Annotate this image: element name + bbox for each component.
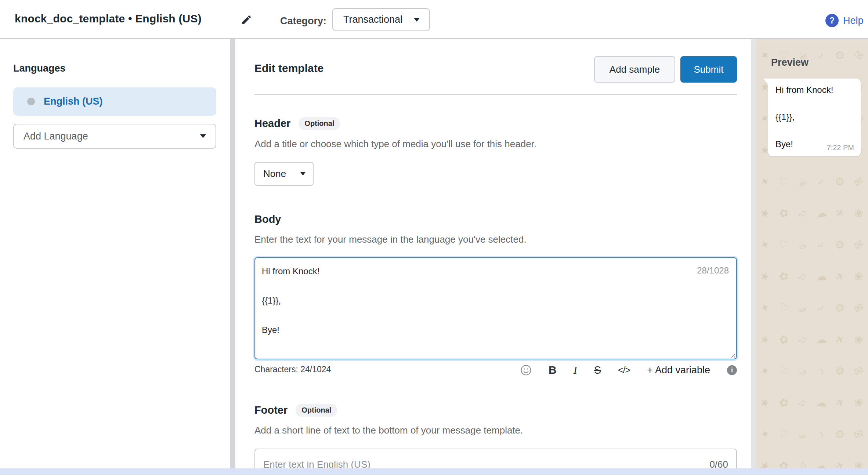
header-type-dropdown[interactable]: None [254,162,314,186]
chevron-down-icon [300,172,305,175]
sidebar-scrollbar[interactable] [230,39,235,475]
template-editor-screen: knock_doc_template • English (US) Catego… [0,0,868,475]
optional-badge: Optional [299,117,340,130]
preview-panel: ✦♡☕♪⚙✉★✿♫☁✈❀✦♡☕♪⚙✉★✿♫☁✈❀✦♡☕♪⚙✉★✿♫☁✈❀✦♡☕♪… [756,39,868,475]
chevron-down-icon [414,18,420,22]
bubble-tail [763,79,768,84]
sidebar-item-english-us[interactable]: English (US) [13,87,216,116]
info-icon[interactable]: i [727,365,737,375]
page-title: Edit template [254,62,323,75]
smiley-icon [520,365,532,376]
body-textarea-wrapper: 28/1028 [254,257,737,359]
body-title: Body [254,213,281,225]
editor-scrollbar[interactable] [751,39,756,475]
characters-count-label: Characters: 24/1024 [254,365,331,374]
code-button[interactable]: </> [618,365,630,376]
help-label: Help [843,15,864,26]
bottom-strip [0,468,868,475]
optional-badge: Optional [296,404,337,417]
pencil-icon [240,14,252,26]
strikethrough-button[interactable]: S [594,364,601,376]
add-sample-button[interactable]: Add sample [594,56,675,83]
italic-button[interactable]: I [574,364,577,376]
submit-button[interactable]: Submit [680,56,737,83]
body-textarea[interactable] [254,257,737,359]
header-type-value: None [263,168,286,180]
edit-template-panel: Edit template Add sample Submit Header O… [235,39,751,475]
language-label: English (US) [44,96,103,107]
body-section-heading: Body [254,213,281,225]
body-description: Enter the text for your message in the l… [254,234,527,245]
footer-title: Footer [254,404,287,416]
add-language-placeholder: Add Language [23,131,88,142]
footer-section-heading: Footer Optional [254,404,337,417]
languages-sidebar: Languages English (US) Add Language [0,39,230,475]
add-language-dropdown[interactable]: Add Language [13,124,216,149]
languages-heading: Languages [13,63,66,74]
category-value: Transactional [343,14,402,25]
header-title: Header [254,117,290,130]
template-title: knock_doc_template • English (US) [15,12,202,25]
top-bar: knock_doc_template • English (US) Catego… [0,0,868,39]
body-char-counter: 28/1028 [697,265,729,276]
footer-description: Add a short line of text to the bottom o… [254,425,523,436]
message-line: Hi from Knock! [775,84,853,95]
help-link[interactable]: ? Help [825,14,864,27]
message-line: {{1}}, [775,112,853,123]
emoji-button[interactable] [520,365,532,376]
question-mark-icon: ? [825,14,839,27]
add-variable-button[interactable]: + Add variable [647,365,710,376]
preview-heading: Preview [771,57,809,68]
body-toolbar: Characters: 24/1024 B I S </> + A [254,360,737,380]
section-divider [254,94,737,95]
edit-title-button[interactable] [240,14,252,26]
language-status-dot-icon [27,98,35,105]
message-bubble: Hi from Knock! {{1}}, Bye! 7:22 PM [768,79,861,156]
header-section-heading: Header Optional [254,117,340,130]
header-description: Add a title or choose which type of medi… [254,138,536,150]
message-timestamp: 7:22 PM [827,144,854,152]
chevron-down-icon [200,134,206,138]
bold-button[interactable]: B [549,364,557,376]
category-label: Category: [280,15,326,27]
category-dropdown[interactable]: Transactional [332,8,430,31]
